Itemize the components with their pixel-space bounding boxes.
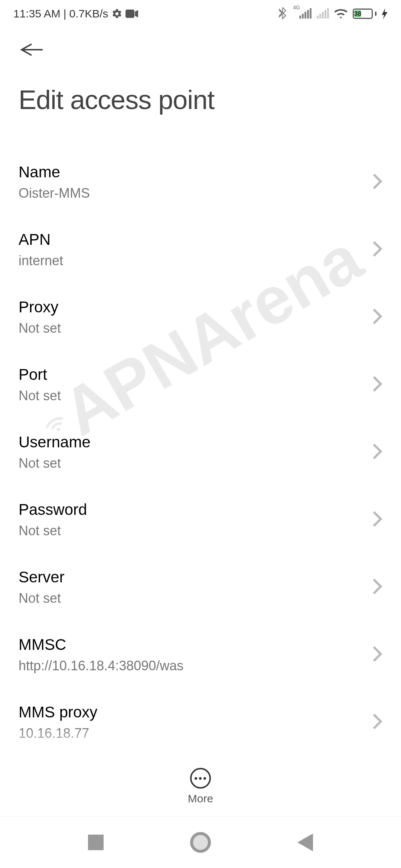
setting-value: Not set <box>19 456 372 471</box>
setting-item-proxy[interactable]: Proxy Not set <box>19 283 382 351</box>
setting-label: MMS proxy <box>19 703 372 721</box>
chevron-right-icon <box>372 173 382 191</box>
setting-value: Not set <box>19 591 372 606</box>
chevron-right-icon <box>372 308 382 326</box>
back-button[interactable] <box>19 39 45 62</box>
status-bar: 11:35 AM | 0.7KB/s 4G 38 <box>0 0 401 24</box>
status-time: 11:35 AM <box>13 7 61 20</box>
setting-label: Password <box>19 501 372 519</box>
setting-item-port[interactable]: Port Not set <box>19 351 382 418</box>
setting-item-mmsc[interactable]: MMSC http://10.16.18.4:38090/was <box>19 621 382 688</box>
setting-value: 10.16.18.77 <box>19 726 372 741</box>
settings-list: Name Oister-MMS APN internet Proxy Not s… <box>0 148 401 756</box>
bottom-actions: More <box>0 768 401 805</box>
more-button[interactable]: More <box>188 768 213 805</box>
setting-label: Proxy <box>19 298 372 316</box>
nav-back-button[interactable] <box>297 834 313 851</box>
battery-icon: 38 <box>353 9 376 19</box>
chevron-right-icon <box>372 646 382 664</box>
wifi-icon <box>334 9 348 19</box>
battery-level: 38 <box>355 10 361 17</box>
chevron-right-icon <box>372 241 382 259</box>
setting-label: Name <box>19 163 372 181</box>
chevron-right-icon <box>372 443 382 461</box>
setting-label: APN <box>19 231 372 249</box>
setting-value: Not set <box>19 320 372 336</box>
navigation-bar <box>0 816 401 868</box>
page-title: Edit access point <box>19 85 382 115</box>
chevron-right-icon <box>372 376 382 394</box>
nav-recent-button[interactable] <box>88 835 104 850</box>
charging-icon <box>382 8 388 19</box>
bluetooth-icon <box>278 7 287 20</box>
setting-value: Not set <box>19 388 372 404</box>
status-separator: | <box>63 7 66 20</box>
network-indicator: 4G <box>293 4 300 14</box>
setting-value: Oister-MMS <box>19 185 372 201</box>
setting-value: http://10.16.18.4:38090/was <box>19 658 372 674</box>
setting-item-mms-proxy[interactable]: MMS proxy 10.16.18.77 <box>19 688 382 756</box>
chevron-right-icon <box>372 578 382 596</box>
setting-label: Server <box>19 568 372 586</box>
chevron-right-icon <box>372 713 382 731</box>
camera-icon <box>125 9 138 18</box>
status-left: 11:35 AM | 0.7KB/s <box>13 7 138 20</box>
header: Edit access point <box>0 24 401 115</box>
signal-icon <box>299 9 312 19</box>
svg-rect-0 <box>125 10 134 18</box>
setting-value: Not set <box>19 523 372 539</box>
status-data-rate: 0.7KB/s <box>69 7 108 20</box>
setting-value: internet <box>19 253 372 269</box>
setting-item-password[interactable]: Password Not set <box>19 486 382 553</box>
more-label: More <box>188 792 213 805</box>
setting-item-server[interactable]: Server Not set <box>19 553 382 621</box>
setting-item-username[interactable]: Username Not set <box>19 418 382 486</box>
setting-label: Username <box>19 433 372 451</box>
chevron-right-icon <box>372 511 382 529</box>
more-icon <box>190 768 211 789</box>
setting-item-name[interactable]: Name Oister-MMS <box>19 148 382 216</box>
nav-home-button[interactable] <box>190 832 211 853</box>
status-right: 4G 38 <box>278 7 388 20</box>
signal-icon-secondary <box>317 9 329 19</box>
setting-item-apn[interactable]: APN internet <box>19 216 382 283</box>
setting-label: Port <box>19 366 372 384</box>
setting-label: MMSC <box>19 636 372 654</box>
gear-icon <box>111 8 123 19</box>
